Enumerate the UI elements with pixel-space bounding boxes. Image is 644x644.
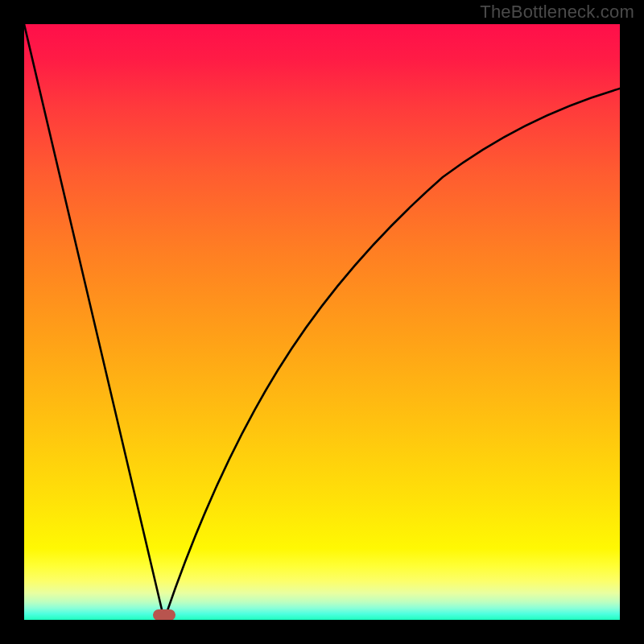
bottleneck-curve-right bbox=[164, 89, 620, 620]
curve-layer bbox=[24, 24, 620, 620]
plot-area bbox=[24, 24, 620, 620]
watermark-text: TheBottleneck.com bbox=[480, 2, 634, 23]
chart-frame: TheBottleneck.com bbox=[0, 0, 644, 644]
optimal-point-marker bbox=[153, 609, 175, 620]
bottleneck-curve-left bbox=[24, 24, 164, 620]
